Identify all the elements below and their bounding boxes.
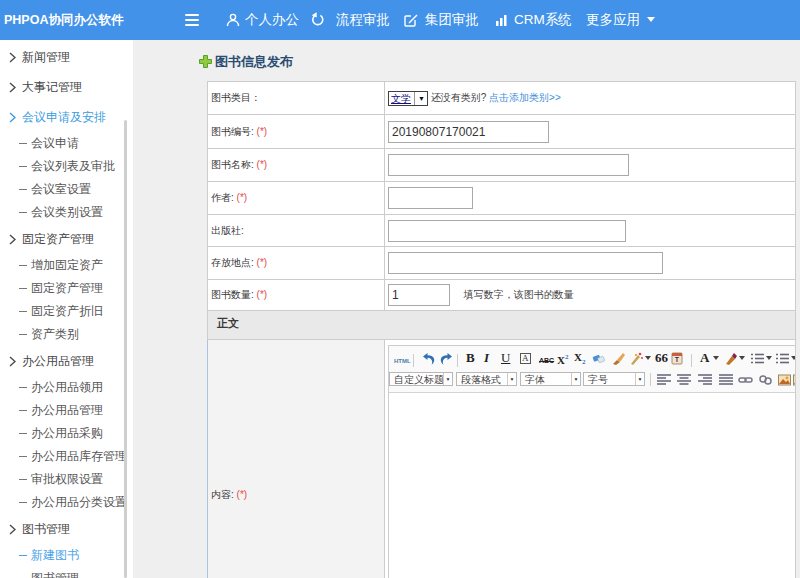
svg-text:T: T: [675, 356, 680, 363]
